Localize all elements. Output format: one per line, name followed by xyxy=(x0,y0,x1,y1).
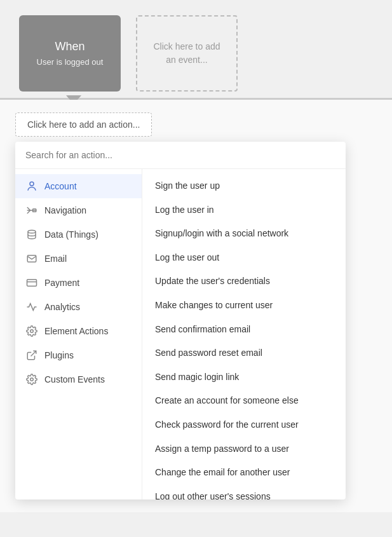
category-label: Navigation xyxy=(44,205,86,215)
category-item-navigation[interactable]: Navigation xyxy=(15,198,142,222)
category-label: Element Actions xyxy=(44,326,108,336)
action-item[interactable]: Log the user out xyxy=(142,246,346,270)
category-list: Account Navigation Data (Things) Email P… xyxy=(15,169,142,500)
gear-plus-icon xyxy=(25,325,38,337)
category-item-data[interactable]: Data (Things) xyxy=(15,222,142,247)
action-item[interactable]: Send password reset email xyxy=(142,341,346,365)
person-icon xyxy=(25,180,38,193)
action-item[interactable]: Create an account for someone else xyxy=(142,389,346,413)
category-label: Email xyxy=(44,254,67,264)
nav-icon xyxy=(25,204,38,217)
svg-rect-4 xyxy=(27,280,37,287)
action-item[interactable]: Make changes to current user xyxy=(142,294,346,318)
svg-point-2 xyxy=(28,230,36,233)
category-item-account[interactable]: Account xyxy=(15,174,142,198)
db-icon xyxy=(25,228,38,241)
category-item-email[interactable]: Email xyxy=(15,247,142,271)
category-item-element-actions[interactable]: Element Actions xyxy=(15,319,142,343)
actions-list: Sign the user upLog the user inSignup/lo… xyxy=(142,169,346,500)
add-event-block[interactable]: Click here to add an event... xyxy=(136,15,238,92)
add-action-button[interactable]: Click here to add an action... xyxy=(15,112,152,137)
action-dropdown: Account Navigation Data (Things) Email P… xyxy=(15,142,346,500)
action-item[interactable]: Log the user in xyxy=(142,198,346,222)
action-item[interactable]: Send magic login link xyxy=(142,365,346,390)
category-item-payment[interactable]: Payment xyxy=(15,271,142,295)
dropdown-body: Account Navigation Data (Things) Email P… xyxy=(15,169,346,500)
when-subtitle: User is logged out xyxy=(29,57,111,67)
when-block: When User is logged out xyxy=(19,15,121,92)
category-label: Analytics xyxy=(44,302,80,312)
category-item-analytics[interactable]: Analytics xyxy=(15,295,142,319)
svg-point-6 xyxy=(30,330,34,333)
plug-icon xyxy=(25,349,38,362)
svg-point-0 xyxy=(30,182,34,186)
action-item[interactable]: Check password for the current user xyxy=(142,413,346,437)
category-item-plugins[interactable]: Plugins xyxy=(15,343,142,367)
search-input[interactable] xyxy=(25,150,335,160)
main-panel: Click here to add an action... Account N… xyxy=(0,100,392,512)
settings-icon xyxy=(25,373,38,386)
add-event-label: Click here to add an event... xyxy=(137,40,236,67)
category-label: Data (Things) xyxy=(44,229,98,240)
search-area xyxy=(15,142,346,169)
category-label: Plugins xyxy=(44,350,74,360)
card-icon xyxy=(25,276,38,289)
when-title: When xyxy=(55,40,84,53)
action-item[interactable]: Assign a temp password to a user xyxy=(142,437,346,461)
svg-point-8 xyxy=(30,378,34,381)
svg-line-7 xyxy=(31,351,36,356)
action-item[interactable]: Sign the user up xyxy=(142,174,346,198)
action-item[interactable]: Log out other user's sessions xyxy=(142,485,346,500)
mail-icon xyxy=(25,252,38,265)
category-label: Account xyxy=(44,181,77,191)
action-item[interactable]: Update the user's credentials xyxy=(142,269,346,294)
action-item[interactable]: Signup/login with a social network xyxy=(142,222,346,246)
action-item[interactable]: Change the email for another user xyxy=(142,461,346,485)
category-item-custom-events[interactable]: Custom Events xyxy=(15,367,142,391)
canvas-area: When User is logged out Click here to ad… xyxy=(0,0,392,92)
action-item[interactable]: Send confirmation email xyxy=(142,318,346,342)
chart-icon xyxy=(25,301,38,313)
category-label: Custom Events xyxy=(44,374,105,384)
category-label: Payment xyxy=(44,278,79,288)
